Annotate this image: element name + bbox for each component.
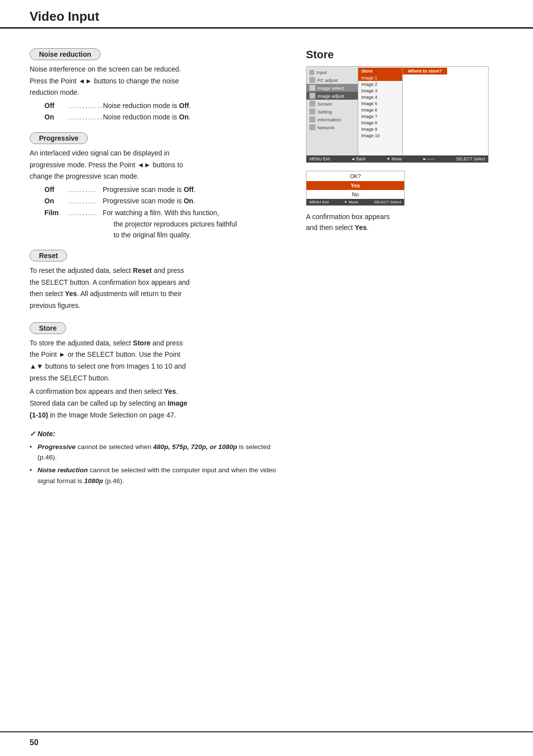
store-panel-title: Store bbox=[358, 68, 402, 75]
progressive-on-row: On .......... Progressive scan mode is O… bbox=[44, 195, 291, 206]
store-left-panel: Input PC adjust Image select Image bbox=[306, 67, 358, 155]
store-item-7: Image 7 bbox=[358, 113, 402, 119]
confirm-text: A confirmation box appears and then sele… bbox=[306, 212, 503, 233]
page-container: Video Input 50 Noise reduction Noise int… bbox=[0, 0, 533, 756]
ok-yes: Yes bbox=[306, 181, 404, 190]
note-bullet-2: • Noise reduction cannot be selected wit… bbox=[30, 465, 291, 486]
ok-dialog-title: OK? bbox=[306, 171, 404, 181]
ok-no: No bbox=[306, 190, 404, 199]
where-to-store-panel: Where to store? bbox=[403, 67, 447, 155]
ok-dialog: OK? Yes No MENU Exit ✦ Move SELECT Selec… bbox=[306, 171, 405, 206]
progressive-section: Progressive An interlaced video signal c… bbox=[30, 123, 291, 241]
menu-pc-adjust: PC adjust bbox=[306, 76, 358, 84]
progressive-film-row: Film .......... For watching a film. Wit… bbox=[44, 207, 291, 218]
menu-setting: Setting bbox=[306, 108, 358, 115]
top-border bbox=[0, 27, 533, 29]
page-title: Video Input bbox=[30, 9, 99, 24]
store-item-6: Image 6 bbox=[358, 107, 402, 113]
store-item-2: Image 2 bbox=[358, 81, 402, 87]
noise-reduction-label: Noise reduction bbox=[30, 48, 101, 60]
noise-reduction-section: Noise reduction Noise interference on th… bbox=[30, 35, 291, 123]
image-select-icon bbox=[309, 85, 315, 91]
bottom-border bbox=[0, 731, 533, 732]
input-icon bbox=[309, 70, 314, 75]
progressive-film-detail: the projector reproduces pictures faithf… bbox=[114, 219, 291, 241]
store-item-10: Image 10 bbox=[358, 132, 402, 139]
screen-icon bbox=[309, 101, 315, 107]
menu-image-adjust: Image adjust bbox=[306, 92, 358, 100]
where-to-store-title: Where to store? bbox=[403, 68, 447, 75]
store-label: Store bbox=[30, 322, 66, 334]
page-number: 50 bbox=[30, 738, 38, 747]
store-item-5: Image 5 bbox=[358, 100, 402, 107]
ok-bottom-bar: MENU Exit ✦ Move SELECT Select bbox=[306, 199, 404, 205]
noise-on-row: On ............ Noise reduction mode is … bbox=[44, 112, 291, 122]
pc-icon bbox=[309, 77, 315, 83]
store-ui-screenshot: Input PC adjust Image select Image bbox=[306, 66, 489, 163]
store-mid-panel: Store Image 1 Image 2 Image 3 Image 4 Im… bbox=[358, 67, 403, 155]
store-item-9: Image 9 bbox=[358, 126, 402, 132]
menu-screen: Screen bbox=[306, 100, 358, 108]
store-item-8: Image 8 bbox=[358, 119, 402, 126]
noise-reduction-modes: Off ............ Noise reduction mode is… bbox=[44, 100, 291, 123]
menu-information: Information bbox=[306, 115, 358, 123]
right-store-title: Store bbox=[306, 48, 503, 61]
left-column: Noise reduction Noise interference on th… bbox=[30, 35, 291, 488]
image-adjust-icon bbox=[309, 93, 315, 99]
progressive-off-row: Off .......... Progressive scan mode is … bbox=[44, 184, 291, 195]
store-desc: To store the adjusted data, select Store… bbox=[30, 338, 291, 421]
menu-image-select: Image select bbox=[306, 84, 358, 92]
right-column: Store Input PC adjust bbox=[306, 35, 503, 233]
network-icon bbox=[309, 124, 315, 130]
note-section: ✓ Note: • Progressive cannot be selected… bbox=[30, 428, 291, 486]
store-item-4: Image 4 bbox=[358, 94, 402, 100]
store-section: Store To store the adjusted data, select… bbox=[30, 313, 291, 421]
progressive-intro: An interlaced video signal can be displa… bbox=[30, 148, 291, 182]
store-item-1: Image 1 bbox=[358, 75, 402, 81]
setting-icon bbox=[309, 109, 315, 114]
noise-reduction-intro: Noise interference on the screen can be … bbox=[30, 64, 291, 98]
reset-label: Reset bbox=[30, 250, 67, 262]
progressive-modes: Off .......... Progressive scan mode is … bbox=[44, 184, 291, 241]
reset-desc: To reset the adjusted data, select Reset… bbox=[30, 265, 291, 311]
menu-input: Input bbox=[306, 69, 358, 76]
reset-section: Reset To reset the adjusted data, select… bbox=[30, 241, 291, 311]
note-title: ✓ Note: bbox=[30, 428, 291, 439]
store-item-3: Image 3 bbox=[358, 87, 402, 94]
progressive-label: Progressive bbox=[30, 132, 88, 144]
menu-network: Network bbox=[306, 123, 358, 131]
info-icon bbox=[309, 116, 315, 122]
store-bottom-bar: MENU Exit ◄ Back ✦ Move ►------ SELECT S… bbox=[306, 155, 488, 162]
noise-off-row: Off ............ Noise reduction mode is… bbox=[44, 100, 291, 111]
note-bullet-1: • Progressive cannot be selected when 48… bbox=[30, 442, 291, 463]
store-ui-inner: Input PC adjust Image select Image bbox=[306, 67, 488, 155]
